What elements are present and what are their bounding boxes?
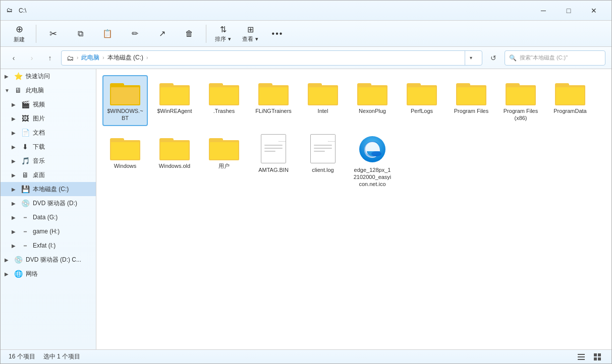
file-item-windows[interactable]: Windows [102,130,148,192]
file-item-perflogs[interactable]: PerfLogs [399,75,444,126]
breadcrumb[interactable]: 🗂 › 此电脑 › 本地磁盘 (C:) › ▾ [61,50,482,66]
sidebar-item-local-disk-c[interactable]: ▶ 💾 本地磁盘 (C:) [1,182,96,196]
dvd-d2-icon: 💿 [14,256,23,264]
list-view-button[interactable] [575,351,587,363]
file-item-program-data[interactable]: ProgramData [547,75,593,126]
file-name: .Trashes [213,107,235,114]
sort-button[interactable]: ⇅ 排序 ▾ [210,23,236,45]
file-item-intel[interactable]: Intel [300,75,346,126]
file-name: FLiNGTrainers [255,107,292,114]
title-bar-left: 🗂 C:\ [7,7,26,15]
breadcrumb-dropdown[interactable]: ▾ [465,50,477,66]
file-item-amtag-bin[interactable]: AMTAG.BIN [251,130,296,192]
sidebar-item-videos[interactable]: ▶ 🎬 视频 [1,97,96,111]
sidebar-label: 网络 [26,270,92,278]
file-item-flingtrainers[interactable]: FLiNGTrainers [251,75,296,126]
breadcrumb-this-pc[interactable]: 此电脑 [81,53,99,62]
view-label: 查看 ▾ [242,35,258,43]
share-button[interactable]: ↗ [149,23,175,45]
file-name: edge_128px_12102000_easyicon.net.ico [353,166,392,188]
file-item-windows-old[interactable]: Windows.old [152,130,197,192]
file-item-windows-bt[interactable]: $WINDOWS.~BT [102,75,148,126]
file-grid: $WINDOWS.~BT $WinREAgent .Trashes [102,75,605,192]
file-name: Program Files [454,107,488,114]
main-content: ▶ ⭐ 快速访问 ▼ 🖥 此电脑 ▶ 🎬 视频 ▶ 🖼 图片 ▶ 📄 文档 [1,69,611,349]
sidebar-item-pictures[interactable]: ▶ 🖼 图片 [1,111,96,126]
folder-icon [110,79,140,105]
file-name: $WinREAgent [157,107,192,114]
copy-button[interactable]: ⧉ [68,23,93,45]
sidebar-label: 本地磁盘 (C:) [33,185,92,194]
paste-button[interactable]: 📋 [95,23,120,45]
file-area: $WINDOWS.~BT $WinREAgent .Trashes [96,69,611,349]
delete-button[interactable]: 🗑 [177,23,202,45]
cut-icon: ✂ [49,28,57,39]
sidebar-label: 此电脑 [26,86,92,95]
local-disk-icon: 💾 [21,185,30,193]
forward-button[interactable]: › [25,51,39,65]
back-button[interactable]: ‹ [7,51,21,65]
dvd-icon: 💿 [21,199,30,207]
expand-icon: ▶ [12,116,18,122]
sidebar-item-music[interactable]: ▶ 🎵 音乐 [1,154,96,168]
file-item-trashes[interactable]: .Trashes [201,75,247,126]
expand-icon: ▶ [12,158,18,164]
expand-icon: ▶ [5,257,11,263]
search-box[interactable]: 🔍 搜索"本地磁盘 (C:)" [505,50,605,66]
rename-button[interactable]: ✏ [122,23,147,45]
music-icon: 🎵 [21,157,30,165]
sidebar-item-network[interactable]: ▶ 🌐 网络 [1,267,96,281]
close-button[interactable]: ✕ [582,3,605,19]
sidebar-item-quick-access[interactable]: ▶ ⭐ 快速访问 [1,69,96,83]
sidebar-item-downloads[interactable]: ▶ ⬇ 下载 [1,140,96,154]
up-button[interactable]: ↑ [43,51,57,65]
toolbar-separator-1 [36,25,36,43]
file-name: client.log [312,166,333,173]
svg-rect-3 [578,356,585,357]
svg-rect-4 [578,359,585,360]
file-item-winreagent[interactable]: $WinREAgent [152,75,197,126]
expand-icon: ▶ [12,215,18,220]
sidebar-label: 桌面 [33,171,92,179]
file-item-nexonplug[interactable]: NexonPlug [350,75,395,126]
expand-icon: ▶ [5,74,11,79]
file-item-edge-icon[interactable]: edge_128px_12102000_easyicon.net.ico [350,130,395,192]
grid-view-button[interactable] [591,351,603,363]
search-placeholder: 搜索"本地磁盘 (C:)" [520,54,568,62]
sidebar-item-data-g[interactable]: ▶ ━ Data (G:) [1,210,96,224]
data-g-icon: ━ [21,215,30,220]
pictures-icon: 🖼 [21,114,30,123]
breadcrumb-current: 本地磁盘 (C:) [107,53,143,62]
folder-icon [308,79,338,105]
file-item-program-files[interactable]: Program Files [449,75,494,126]
address-bar: ‹ › ↑ 🗂 › 此电脑 › 本地磁盘 (C:) › ▾ ↺ 🔍 搜索"本地磁… [1,47,611,69]
file-name: Windows [114,162,137,169]
svg-rect-7 [594,357,597,360]
maximize-button[interactable]: □ [557,3,580,19]
file-item-users[interactable]: 用户 [201,130,247,192]
sidebar-item-game-h[interactable]: ▶ ━ game (H:) [1,224,96,238]
new-icon: ⊕ [16,24,23,35]
sidebar-item-exfat-i[interactable]: ▶ ━ Exfat (I:) [1,238,96,253]
sidebar-item-dvd-d[interactable]: ▶ 💿 DVD 驱动器 (D:) [1,196,96,210]
file-item-program-files-x86[interactable]: Program Files (x86) [498,75,543,126]
quick-access-icon: ⭐ [14,72,23,80]
minimize-button[interactable]: ─ [532,3,555,19]
refresh-button[interactable]: ↺ [486,51,500,65]
toolbar: ⊕ 新建 ✂ ⧉ 📋 ✏ ↗ 🗑 ⇅ 排序 ▾ ⊞ 查看 ▾ ••• [1,21,611,47]
sidebar-item-documents[interactable]: ▶ 📄 文档 [1,126,96,140]
new-label: 新建 [14,36,25,43]
file-name: Intel [318,107,328,114]
sidebar-item-dvd-d2[interactable]: ▶ 💿 DVD 驱动器 (D:) C... [1,253,96,267]
sidebar-item-this-pc[interactable]: ▼ 🖥 此电脑 [1,83,96,97]
expand-icon: ▶ [12,243,18,249]
sidebar-label: 音乐 [33,157,92,165]
view-button[interactable]: ⊞ 查看 ▾ [238,23,263,45]
sidebar-item-desktop[interactable]: ▶ 🖥 桌面 [1,168,96,182]
game-h-icon: ━ [21,229,30,234]
file-name: PerfLogs [411,107,433,114]
cut-button[interactable]: ✂ [40,23,66,45]
more-button[interactable]: ••• [265,23,290,45]
new-button[interactable]: ⊕ 新建 [7,23,32,45]
file-item-client-log[interactable]: client.log [300,130,346,192]
